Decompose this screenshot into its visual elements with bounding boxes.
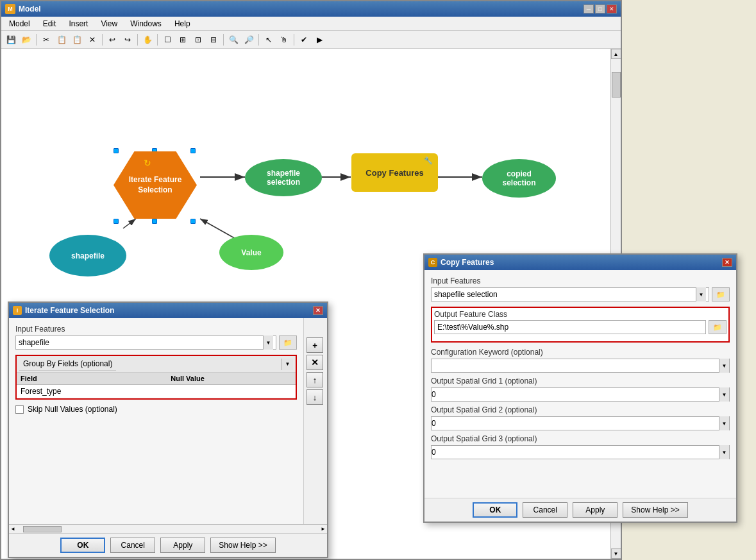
hscrollbar-right-arrow[interactable]: ►	[319, 526, 327, 532]
minimize-button[interactable]: ─	[584, 4, 594, 13]
vscrollbar-thumb[interactable]	[612, 72, 621, 98]
cf-input-features-browse[interactable]: 📁	[712, 287, 730, 301]
copy-features-show-help-button[interactable]: Show Help >>	[623, 502, 687, 518]
tool-zoom-in[interactable]: 🔍	[226, 33, 240, 47]
input-features-section: Input Features shapefile ▼ 📁	[15, 325, 297, 350]
iterate-dialog-close[interactable]: ✕	[313, 306, 323, 315]
close-button[interactable]: ✕	[607, 4, 617, 13]
output-feature-class-browse[interactable]: 📁	[709, 320, 727, 334]
tool-redo[interactable]: ↪	[121, 33, 135, 47]
tool-open[interactable]: 📂	[19, 33, 33, 47]
tool-identify[interactable]: 🖱	[277, 33, 291, 47]
spatial-grid-3-section: Output Spatial Grid 3 (optional) 0 ▼	[431, 434, 730, 459]
menu-model[interactable]: Model	[4, 18, 35, 30]
menu-bar: Model Edit Insert View Windows Help	[1, 17, 621, 31]
copy-features-close-button[interactable]: ✕	[722, 258, 732, 267]
toolbar-sep-5	[223, 34, 224, 46]
tool-run[interactable]: ▶	[312, 33, 326, 47]
tool-save[interactable]: 💾	[4, 33, 18, 47]
value-node[interactable]: Value	[219, 235, 283, 270]
cf-input-features-dropdown[interactable]: shapefile selection ▼	[431, 287, 709, 301]
cf-input-features-arrow[interactable]: ▼	[696, 287, 706, 301]
input-features-label: Input Features	[15, 325, 297, 334]
skip-null-label: Skip Null Values (optional)	[28, 405, 117, 414]
iterate-show-help-button[interactable]: Show Help >>	[210, 538, 275, 553]
input-features-dropdown[interactable]: shapefile ▼	[15, 335, 276, 350]
iterate-node[interactable]: Iterate FeatureSelection ↻	[113, 151, 197, 219]
iterate-side-buttons: + ✕ ↑ ↓	[303, 318, 327, 524]
copy-features-cancel-button[interactable]: Cancel	[523, 502, 567, 518]
toolbar-sep-4	[157, 34, 158, 46]
menu-insert[interactable]: Insert	[63, 18, 93, 30]
spatial-grid-3-label: Output Spatial Grid 3 (optional)	[431, 434, 730, 443]
tool-zoom-full[interactable]: ⊡	[191, 33, 205, 47]
shapefile-selection-node[interactable]: shapefileselection	[245, 159, 322, 196]
input-features-arrow[interactable]: ▼	[263, 335, 273, 350]
tool-paste[interactable]: 📋	[70, 33, 84, 47]
vscrollbar-up-arrow[interactable]: ▲	[611, 49, 621, 59]
skip-null-row: Skip Null Values (optional)	[15, 405, 297, 414]
add-row-button[interactable]: +	[307, 337, 323, 353]
copy-features-ok-button[interactable]: OK	[473, 502, 517, 518]
tool-delete[interactable]: ✕	[85, 33, 99, 47]
hscrollbar-left-arrow[interactable]: ◄	[9, 526, 17, 532]
output-feature-class-input[interactable]	[434, 320, 706, 334]
menu-windows[interactable]: Windows	[125, 18, 167, 30]
menu-help[interactable]: Help	[169, 18, 196, 30]
tool-select-all[interactable]: ⊞	[176, 33, 190, 47]
input-features-row: shapefile ▼ 📁	[15, 335, 297, 350]
spatial-grid-2-section: Output Spatial Grid 2 (optional) 0 ▼	[431, 405, 730, 430]
vscrollbar-down-arrow[interactable]: ▼	[611, 548, 621, 559]
group-by-arrow[interactable]: ▼	[281, 359, 293, 370]
output-feature-class-row: 📁	[434, 320, 727, 334]
output-feature-class-label: Output Feature Class	[434, 310, 727, 319]
spatial-grid-2-arrow[interactable]: ▼	[719, 416, 729, 430]
config-keyword-dropdown[interactable]: ▼	[431, 359, 730, 373]
iterate-refresh-icon: ↻	[144, 158, 151, 168]
cf-input-features-value: shapefile selection	[434, 290, 498, 299]
spatial-grid-1-dropdown[interactable]: 0 ▼	[431, 387, 730, 402]
menu-view[interactable]: View	[96, 18, 122, 30]
spatial-grid-2-dropdown[interactable]: 0 ▼	[431, 416, 730, 430]
copy-features-node[interactable]: 🔧 Copy Features	[351, 153, 438, 192]
iterate-dialog-content: Input Features shapefile ▼ 📁 Group By Fi…	[9, 318, 327, 524]
iterate-ok-button[interactable]: OK	[60, 538, 105, 553]
selection-handle-bl	[113, 219, 119, 224]
shapefile-input-node[interactable]: shapefile	[49, 235, 126, 276]
remove-row-button[interactable]: ✕	[307, 355, 323, 370]
tool-zoom-sel[interactable]: ⊟	[206, 33, 221, 47]
copied-selection-node[interactable]: copiedselection	[482, 159, 556, 198]
col-null-value: Null Value	[167, 373, 296, 385]
spatial-grid-3-arrow[interactable]: ▼	[719, 445, 729, 459]
tool-undo[interactable]: ↩	[105, 33, 119, 47]
iterate-hscrollbar[interactable]: ◄ ►	[9, 524, 327, 533]
input-features-browse[interactable]: 📁	[279, 335, 297, 350]
hscrollbar-thumb[interactable]	[23, 526, 62, 532]
copy-features-apply-button[interactable]: Apply	[573, 502, 617, 518]
tool-cut[interactable]: ✂	[39, 33, 53, 47]
iterate-apply-button[interactable]: Apply	[160, 538, 205, 553]
tool-pan[interactable]: ✋	[140, 33, 155, 47]
spatial-grid-3-dropdown[interactable]: 0 ▼	[431, 445, 730, 459]
skip-null-checkbox[interactable]	[15, 405, 24, 414]
tool-select-elements[interactable]: ☐	[160, 33, 174, 47]
move-up-button[interactable]: ↑	[307, 372, 323, 387]
selection-handle-br	[190, 219, 196, 224]
config-keyword-arrow[interactable]: ▼	[719, 359, 729, 373]
iterate-node-label: Iterate FeatureSelection	[122, 162, 189, 208]
copy-features-label: Copy Features	[365, 168, 423, 178]
iterate-node-shape: Iterate FeatureSelection	[113, 151, 197, 219]
move-down-button[interactable]: ↓	[307, 389, 323, 405]
tool-zoom-out[interactable]: 🔎	[242, 33, 256, 47]
tool-validate[interactable]: ✔	[297, 33, 311, 47]
maximize-button[interactable]: □	[595, 4, 605, 13]
iterate-dialog-title-text: Iterate Feature Selection	[25, 306, 114, 315]
model-title-left: M Model	[5, 4, 41, 14]
iterate-cancel-button[interactable]: Cancel	[110, 538, 155, 553]
spatial-grid-1-arrow[interactable]: ▼	[719, 387, 729, 402]
value-node-label: Value	[241, 248, 261, 257]
group-by-section: Group By Fields (optional) ▼ Field Null …	[15, 355, 297, 400]
tool-move[interactable]: ↖	[262, 33, 276, 47]
tool-copy[interactable]: 📋	[55, 33, 69, 47]
menu-edit[interactable]: Edit	[38, 18, 62, 30]
